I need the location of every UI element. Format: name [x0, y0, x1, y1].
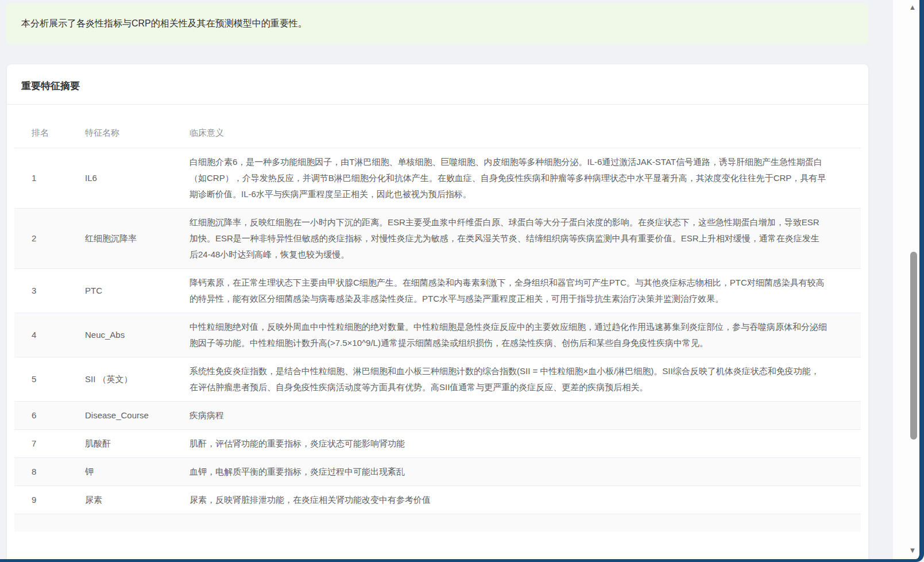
rank-cell: 8	[14, 458, 85, 486]
feature-name-cell: IL6	[85, 148, 190, 209]
vertical-scrollbar[interactable]: ▲ ▼	[893, 0, 919, 559]
rank-cell: 5	[14, 357, 85, 402]
table-row: 1 IL6 白细胞介素6，是一种多功能细胞因子，由T淋巴细胞、单核细胞、巨噬细胞…	[14, 148, 861, 209]
rank-cell: 3	[14, 269, 85, 313]
feature-name-cell: Neuc_Abs	[85, 313, 190, 357]
column-header-feature-name: 特征名称	[85, 118, 190, 148]
rank-cell: 6	[14, 402, 85, 430]
table-row: 3 PTC 降钙素原，在正常生理状态下主要由甲状腺C细胞产生。在细菌感染和内毒素…	[14, 269, 861, 313]
rank-cell: 2	[14, 209, 85, 269]
column-header-rank: 排名	[14, 118, 85, 148]
clinical-meaning-cell: 血钾，电解质平衡的重要指标，炎症过程中可能出现紊乱	[190, 458, 861, 486]
column-header-clinical-meaning: 临床意义	[190, 118, 861, 148]
feature-name-cell: 红细胞沉降率	[85, 209, 190, 269]
rank-cell: 9	[14, 486, 85, 514]
feature-name-cell: 钾	[85, 458, 190, 486]
clinical-meaning-cell: 中性粒细胞绝对值，反映外周血中中性粒细胞的绝对数量。中性粒细胞是急性炎症反应中的…	[190, 313, 861, 357]
table-row: 9 尿素 尿素，反映肾脏排泄功能，在炎症相关肾功能改变中有参考价值	[14, 486, 861, 514]
clinical-meaning-cell: 红细胞沉降率，反映红细胞在一小时内下沉的距离。ESR主要受血浆中纤维蛋白原、球蛋…	[190, 209, 861, 269]
table-row: 5 SII （英文） 系统性免疫炎症指数，是结合中性粒细胞、淋巴细胞和血小板三种…	[14, 357, 861, 402]
scrollbar-thumb[interactable]	[910, 252, 917, 440]
table-row: 6 Disease_Course 疾病病程	[14, 402, 861, 430]
clinical-meaning-cell: 尿素，反映肾脏排泄功能，在炎症相关肾功能改变中有参考价值	[190, 486, 861, 514]
card-header: 重要特征摘要	[7, 64, 868, 105]
table-row: 4 Neuc_Abs 中性粒细胞绝对值，反映外周血中中性粒细胞的绝对数量。中性粒…	[14, 313, 861, 357]
page-title: 重要特征摘要	[21, 80, 80, 91]
feature-name-cell: 尿素	[85, 486, 190, 514]
rank-cell: 4	[14, 313, 85, 357]
alert-text: 本分析展示了各炎性指标与CRP的相关性及其在预测模型中的重要性。	[21, 18, 307, 30]
table-row: 2 红细胞沉降率 红细胞沉降率，反映红细胞在一小时内下沉的距离。ESR主要受血浆…	[14, 209, 861, 269]
rank-cell: 7	[14, 430, 85, 458]
clinical-meaning-cell: 系统性免疫炎症指数，是结合中性粒细胞、淋巴细胞和血小板三种细胞计数的综合指数(S…	[190, 357, 861, 402]
feature-name-cell: Disease_Course	[85, 402, 190, 430]
clinical-meaning-cell: 疾病病程	[190, 402, 861, 430]
analysis-summary-alert: 本分析展示了各炎性指标与CRP的相关性及其在预测模型中的重要性。	[6, 3, 868, 44]
feature-summary-card: 重要特征摘要 排名 特征名称 临床意义 1 IL6 白细胞介素6，是一种多功能细…	[7, 64, 868, 562]
table-row: 8 钾 血钾，电解质平衡的重要指标，炎症过程中可能出现紊乱	[14, 458, 861, 486]
clinical-meaning-cell: 白细胞介素6，是一种多功能细胞因子，由T淋巴细胞、单核细胞、巨噬细胞、内皮细胞等…	[190, 148, 861, 209]
rank-cell: 1	[14, 148, 85, 209]
feature-table: 排名 特征名称 临床意义 1 IL6 白细胞介素6，是一种多功能细胞因子，由T淋…	[14, 118, 861, 532]
table-row: 7 肌酸酐 肌酐，评估肾功能的重要指标，炎症状态可能影响肾功能	[14, 430, 861, 458]
table-header-row: 排名 特征名称 临床意义	[14, 118, 861, 148]
clinical-meaning-cell: 肌酐，评估肾功能的重要指标，炎症状态可能影响肾功能	[190, 430, 861, 458]
feature-name-cell: SII （英文）	[85, 357, 190, 402]
table-row-partial	[14, 514, 861, 532]
scroll-up-icon[interactable]: ▲	[907, 3, 918, 11]
scroll-down-icon[interactable]: ▼	[907, 546, 918, 555]
clinical-meaning-cell: 降钙素原，在正常生理状态下主要由甲状腺C细胞产生。在细菌感染和内毒素刺激下，全身…	[190, 269, 861, 313]
feature-name-cell: 肌酸酐	[85, 430, 190, 458]
feature-name-cell: PTC	[85, 269, 190, 313]
